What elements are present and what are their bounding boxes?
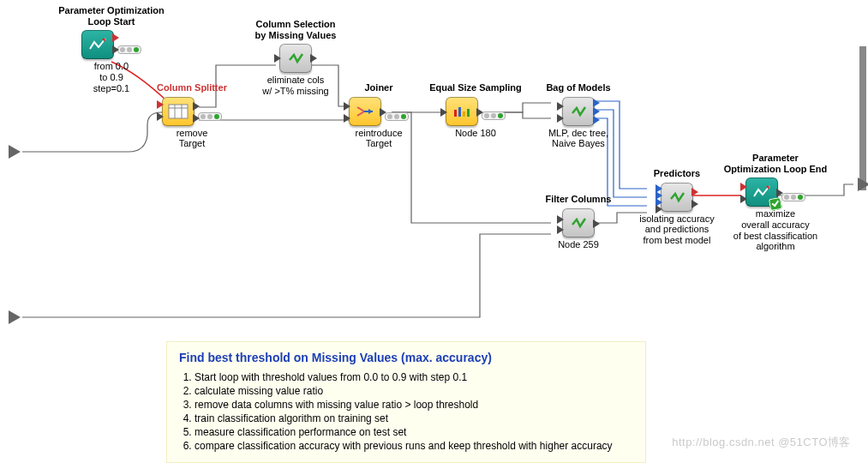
loop-start-icon xyxy=(81,30,114,59)
annotation-box[interactable]: Find best threshold on Missing Values (m… xyxy=(166,341,646,463)
sampling-icon xyxy=(446,97,478,126)
node-title: Column Selection by Missing Values xyxy=(231,19,360,40)
right-edge-bar xyxy=(859,46,866,190)
node-title: Bag of Models xyxy=(527,82,630,93)
node-column-selection-missing[interactable]: Column Selection by Missing Values elimi… xyxy=(231,19,360,97)
node-caption: maximize overall accuracy of best classi… xyxy=(711,208,840,252)
node-title: Parameter Optimization Loop Start xyxy=(43,5,180,27)
svg-rect-1 xyxy=(169,105,188,118)
metanode-icon xyxy=(661,183,693,212)
node-param-opt-loop-end[interactable]: Parameter Optimization Loop End maximize… xyxy=(711,153,840,252)
workflow-canvas[interactable]: Parameter Optimization Loop Start from 0… xyxy=(0,0,868,463)
annotation-step: Start loop with threshold values from 0.… xyxy=(195,371,633,383)
node-caption: Node 259 xyxy=(527,239,630,250)
node-caption: MLP, dec tree, Naive Bayes xyxy=(527,128,630,149)
annotation-step: train classification algorithm on traini… xyxy=(195,412,633,424)
traffic-light xyxy=(781,193,805,201)
metanode-icon xyxy=(562,208,595,238)
node-param-opt-loop-start[interactable]: Parameter Optimization Loop Start from 0… xyxy=(43,5,180,93)
node-equal-size-sampling[interactable]: Equal Size Sampling Node 180 xyxy=(420,82,531,138)
watermark-text: http://blog.csdn.net @51CTO博客 xyxy=(672,435,851,450)
svg-rect-6 xyxy=(454,110,457,117)
svg-rect-7 xyxy=(458,107,461,117)
node-title: Equal Size Sampling xyxy=(420,82,531,93)
annotation-step: compare classification accuracy with pre… xyxy=(195,440,633,452)
node-title: Joiner xyxy=(344,82,413,93)
node-caption: reintroduce Target xyxy=(344,128,413,149)
annotation-title: Find best threshold on Missing Values (m… xyxy=(179,351,633,364)
node-filter-columns[interactable]: Filter Columns Node 259 xyxy=(527,194,630,250)
traffic-light xyxy=(198,112,222,121)
node-caption: remove Target xyxy=(141,128,243,149)
annotation-step: calculate missing value ratio xyxy=(195,385,633,397)
node-caption: Node 180 xyxy=(420,128,531,139)
joiner-icon xyxy=(349,97,381,126)
node-joiner[interactable]: Joiner reintroduce Target xyxy=(344,82,413,149)
traffic-light xyxy=(117,45,141,54)
traffic-light xyxy=(482,111,506,120)
node-title: Parameter Optimization Loop End xyxy=(711,153,840,174)
node-title: Column Splitter xyxy=(141,82,243,93)
table-split-icon xyxy=(162,97,195,126)
traffic-light xyxy=(385,112,409,121)
workflow-out-port xyxy=(858,177,868,191)
svg-marker-5 xyxy=(368,109,373,114)
metanode-icon xyxy=(279,44,312,73)
annotation-step: measure classification performance on te… xyxy=(195,426,633,438)
node-bag-of-models[interactable]: Bag of Models MLP, dec tree, Naive Bayes xyxy=(527,82,630,149)
workflow-in-port-2 xyxy=(9,310,21,324)
node-column-splitter[interactable]: Column Splitter remove Target xyxy=(141,82,243,149)
node-caption: eliminate cols w/ >T% missing xyxy=(231,75,360,96)
metanode-icon xyxy=(562,97,595,126)
workflow-in-port-1 xyxy=(9,145,21,159)
svg-rect-9 xyxy=(467,109,470,117)
annotation-step: remove data columns with missing value r… xyxy=(195,399,633,411)
node-title: Filter Columns xyxy=(527,194,630,205)
executed-check-icon xyxy=(769,197,782,211)
annotation-steps-list: Start loop with threshold values from 0.… xyxy=(179,371,633,452)
svg-rect-8 xyxy=(463,111,465,117)
